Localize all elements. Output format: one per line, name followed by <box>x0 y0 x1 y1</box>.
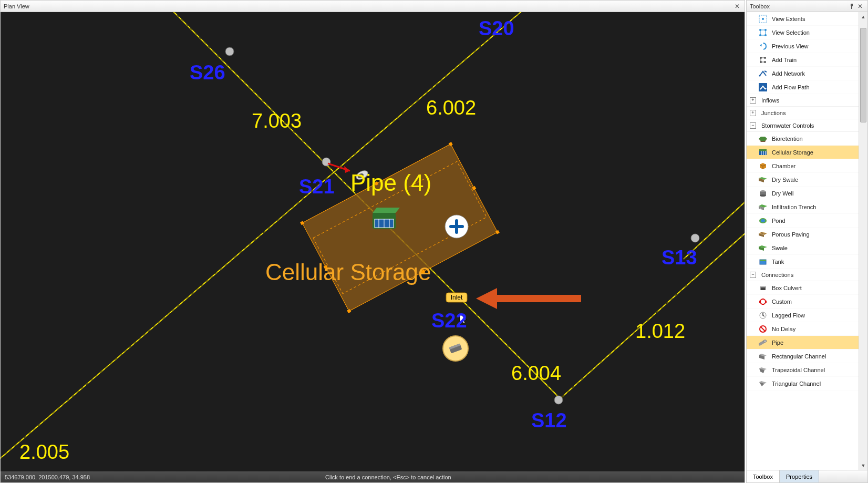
group-inflows[interactable]: + Inflows <box>747 94 859 107</box>
swc-infiltration-trench[interactable]: Infiltration Trench <box>747 200 859 214</box>
item-label: Infiltration Trench <box>772 204 816 210</box>
toolbox-item-previous-view[interactable]: Previous View <box>747 39 859 53</box>
tab-properties[interactable]: Properties <box>780 470 819 482</box>
rectangular-channel-icon <box>758 352 768 361</box>
trapezoidal-channel-icon <box>758 365 768 375</box>
svg-point-43 <box>764 34 767 36</box>
cellular-storage-icon <box>758 148 768 157</box>
toolbox-item-view-selection[interactable]: View Selection <box>747 26 859 39</box>
group-junctions[interactable]: + Junctions <box>747 107 859 119</box>
group-label: Junctions <box>761 110 786 116</box>
svg-rect-51 <box>759 83 767 91</box>
svg-rect-68 <box>760 260 766 261</box>
item-label: No Delay <box>772 326 795 332</box>
item-label: Pond <box>772 218 786 224</box>
item-label: Add Train <box>772 57 797 63</box>
swc-tank[interactable]: Tank <box>747 255 859 269</box>
no-delay-icon <box>758 324 768 334</box>
swc-bioretention[interactable]: Bioretention <box>747 132 859 146</box>
planview-close-button[interactable]: ✕ <box>733 2 741 11</box>
swale-icon <box>758 243 768 253</box>
item-label: Porous Paving <box>772 231 810 238</box>
group-connections[interactable]: − Connections <box>747 269 859 281</box>
add-train-icon <box>758 55 768 65</box>
svg-rect-39 <box>760 30 766 35</box>
scroll-down-icon[interactable]: ▼ <box>859 461 867 470</box>
label-s20: S20 <box>479 17 514 39</box>
svg-marker-26 <box>344 166 350 173</box>
conn-box-culvert[interactable]: Box Culvert <box>747 281 859 295</box>
toolbox-scrollbar[interactable]: ▲ ▼ <box>859 12 867 470</box>
swc-swale[interactable]: Swale <box>747 241 859 255</box>
planview-canvas[interactable]: Inlet S26 S20 S21 S22 S12 S13 7.003 <box>1 12 745 471</box>
swc-porous-paving[interactable]: Porous Paving <box>747 228 859 241</box>
svg-line-4 <box>557 233 745 401</box>
junction-icon[interactable] <box>443 336 468 361</box>
swc-chamber[interactable]: Chamber <box>747 159 859 173</box>
toolbox-pin-button[interactable] <box>848 2 856 11</box>
item-label: Pipe <box>772 340 783 346</box>
node-s21[interactable] <box>322 158 330 166</box>
group-stormwater-controls[interactable]: − Stormwater Controls <box>747 119 859 132</box>
item-label: Bioretention <box>772 136 803 142</box>
item-label: Tank <box>772 259 784 265</box>
conn-lagged-flow[interactable]: Lagged Flow <box>747 309 859 322</box>
item-label: Previous View <box>772 43 809 49</box>
add-badge-icon[interactable] <box>445 215 468 238</box>
label-s12: S12 <box>531 409 567 431</box>
node-s26-upstream[interactable] <box>225 47 234 56</box>
item-label: Trapezoidal Channel <box>772 367 825 373</box>
annotation-arrow-icon <box>476 288 581 309</box>
toolbox-item-view-extents[interactable]: View Extents <box>747 12 859 26</box>
conn-pipe[interactable]: Pipe <box>747 336 859 350</box>
label-s13: S13 <box>662 246 697 269</box>
conn-custom[interactable]: Custom <box>747 295 859 309</box>
porous-paving-icon <box>758 230 768 239</box>
infiltration-trench-icon <box>758 202 768 212</box>
svg-point-62 <box>761 209 762 210</box>
svg-point-44 <box>760 43 766 49</box>
svg-text:Inlet: Inlet <box>451 294 463 301</box>
scroll-thumb[interactable] <box>860 28 866 122</box>
add-network-icon <box>758 69 768 78</box>
conn-triangular-channel[interactable]: Triangular Channel <box>747 377 859 390</box>
svg-point-71 <box>760 299 766 304</box>
tab-label: Toolbox <box>753 474 773 480</box>
item-label: Lagged Flow <box>772 312 805 318</box>
conn-rectangular-channel[interactable]: Rectangular Channel <box>747 350 859 363</box>
item-label: Rectangular Channel <box>772 353 826 359</box>
node-s12[interactable] <box>554 396 563 404</box>
status-message: Click to end a connection, <Esc> to canc… <box>325 474 740 480</box>
item-label: Add Flow Path <box>772 84 810 90</box>
conn-trapezoidal-channel[interactable]: Trapezoidal Channel <box>747 363 859 377</box>
item-label: View Extents <box>772 16 805 22</box>
box-culvert-icon <box>758 283 768 293</box>
toolbox-item-add-network[interactable]: Add Network <box>747 67 859 80</box>
label-pipe4: Pipe (4) <box>350 170 431 196</box>
toolbox-body[interactable]: View Extents View Selection Previous Vie… <box>747 12 867 470</box>
toolbox-item-add-train[interactable]: Add Train <box>747 53 859 67</box>
tab-toolbox[interactable]: Toolbox <box>747 470 780 482</box>
bioretention-icon <box>758 134 768 143</box>
swc-pond[interactable]: Pond <box>747 214 859 228</box>
triangular-channel-icon <box>758 379 768 388</box>
svg-marker-45 <box>760 44 762 47</box>
swc-cellular-storage[interactable]: Cellular Storage <box>747 146 859 159</box>
node-s13[interactable] <box>691 234 699 242</box>
pond-icon <box>758 216 768 225</box>
toolbox-titlebar: Toolbox ✕ <box>747 1 867 12</box>
label-cellular-storage: Cellular Storage <box>265 259 431 285</box>
svg-marker-36 <box>476 288 497 309</box>
expand-icon: + <box>750 97 756 104</box>
item-label: Dry Well <box>772 190 793 197</box>
previous-view-icon <box>758 42 768 51</box>
conn-no-delay[interactable]: No Delay <box>747 322 859 336</box>
scroll-up-icon[interactable]: ▲ <box>859 12 867 21</box>
item-label: Cellular Storage <box>772 149 813 156</box>
inlet-badge[interactable]: Inlet <box>446 293 467 302</box>
svg-point-60 <box>760 194 766 197</box>
swc-dry-swale[interactable]: Dry Swale <box>747 173 859 187</box>
swc-dry-well[interactable]: Dry Well <box>747 187 859 200</box>
toolbox-close-button[interactable]: ✕ <box>856 2 864 11</box>
toolbox-item-add-flow-path[interactable]: Add Flow Path <box>747 80 859 94</box>
